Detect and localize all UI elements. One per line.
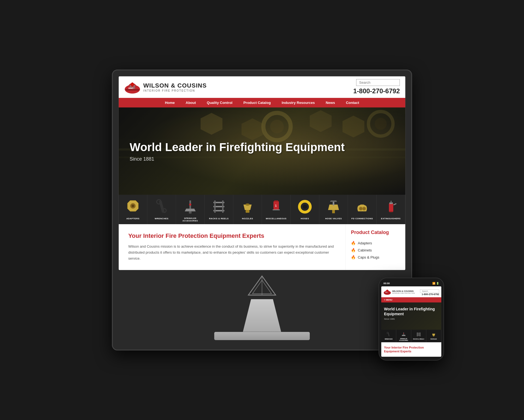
product-item-nozzles[interactable]: Nozzles <box>233 195 262 224</box>
svg-point-37 <box>303 205 307 209</box>
nozzles-label: Nozzles <box>234 217 261 220</box>
misc-label: Miscellaneous <box>263 217 289 220</box>
sidebar-item-caps[interactable]: 🔥 Caps & Plugs <box>351 254 400 261</box>
svg-rect-60 <box>417 332 418 336</box>
phone-content-title: Your Interior Fire Protection Equipment … <box>384 346 439 353</box>
phone-product-nozzles[interactable]: Nozzles <box>426 330 441 342</box>
product-item-fd[interactable]: FD Connections <box>348 195 377 224</box>
logo-area[interactable]: W&C Wilson & Cousins Interior Fire Prote… <box>124 80 207 95</box>
racks-image <box>206 197 232 216</box>
svg-marker-21 <box>185 209 196 211</box>
phone-hero-sub: Since 1881 <box>384 318 439 320</box>
phone-number: 1-800-270-6792 <box>420 293 439 296</box>
hoses-image <box>292 197 318 216</box>
phone-product-sprinkler[interactable]: SPRINKLERACCESSORIES <box>396 330 411 342</box>
desktop-monitor: W&C Wilson & Cousins Interior Fire Prote… <box>112 70 412 350</box>
nav-item-home[interactable]: Home <box>159 98 180 107</box>
hero-banner: World Leader in Firefighting Equipment S… <box>119 107 405 195</box>
svg-marker-47 <box>393 203 397 205</box>
nozzles-image <box>234 197 261 216</box>
svg-point-43 <box>362 207 366 210</box>
svg-marker-55 <box>402 335 406 336</box>
product-item-adapters[interactable]: Adapters <box>119 195 147 224</box>
svg-rect-27 <box>214 200 216 213</box>
flame-icon-1: 🔥 <box>351 241 356 245</box>
product-item-wrenches[interactable]: Wrenches <box>147 195 176 224</box>
phone-sprinkler-label: SPRINKLERACCESSORIES <box>397 338 410 341</box>
sidebar-item-adapters[interactable]: 🔥 Adapters <box>351 239 400 247</box>
svg-rect-30 <box>246 210 249 213</box>
phone-sprinkler-img <box>397 331 410 338</box>
product-item-sprinkler[interactable]: SPRINKLERACCESSORIES <box>176 195 205 224</box>
svg-point-50 <box>387 290 388 292</box>
hoses-label: Hoses <box>292 217 318 220</box>
monitor-bottom <box>118 271 406 344</box>
svg-marker-8 <box>310 110 332 132</box>
product-item-racks[interactable]: Racks & Reels <box>205 195 233 224</box>
site-header: W&C Wilson & Cousins Interior Fire Prote… <box>119 76 405 98</box>
phone-racks-img <box>412 331 425 338</box>
nav-item-news[interactable]: News <box>320 98 340 107</box>
svg-rect-28 <box>222 200 224 213</box>
sidebar-title: Product Catalog <box>351 230 400 235</box>
phone-wrenches-label: Wrenches <box>382 338 395 340</box>
nav-item-catalog[interactable]: Product Catalog <box>238 98 276 107</box>
racks-label: Racks & Reels <box>206 217 232 220</box>
phone-product-wrenches[interactable]: Wrenches <box>381 330 396 342</box>
svg-rect-33 <box>274 200 278 202</box>
nav-item-resources[interactable]: Industry Resources <box>276 98 320 107</box>
phone-screen: W&C Wilson & Cousins Interior Fire Prote… <box>381 286 441 356</box>
svg-point-42 <box>359 207 362 210</box>
fd-label: FD Connections <box>349 217 375 220</box>
page-scene: W&C Wilson & Cousins Interior Fire Prote… <box>112 70 412 350</box>
hero-subheadline: Since 1881 <box>130 156 345 162</box>
svg-rect-52 <box>388 332 389 336</box>
phone-wrench-img <box>382 331 395 338</box>
svg-marker-40 <box>330 200 337 202</box>
main-body: Wilson and Cousins mission is to achieve… <box>128 244 336 262</box>
product-item-extinguishers[interactable]: Extinguishers <box>377 195 405 224</box>
phone-content: Your Interior Fire Protection Equipment … <box>381 342 441 357</box>
phone-menu-bar[interactable]: ≡ MENU <box>381 297 441 302</box>
svg-rect-34 <box>273 209 280 210</box>
nav-item-contact[interactable]: Contact <box>340 98 364 107</box>
svg-point-23 <box>189 203 191 206</box>
extinguishers-label: Extinguishers <box>378 217 404 220</box>
content-sidebar: Product Catalog 🔥 Adapters 🔥 Cabinets 🔥 … <box>345 224 405 270</box>
content-area: Your Interior Fire Protection Equipment … <box>119 224 405 270</box>
phone-product-strip: Wrenches SPRINKLERACCESSORIES <box>381 330 441 342</box>
nav-item-about[interactable]: About <box>180 98 201 107</box>
sprinkler-label: SPRINKLERACCESSORIES <box>177 217 203 222</box>
monitor-stand <box>235 299 289 332</box>
search-input[interactable] <box>356 79 400 86</box>
mobile-phone: 00:00 📶 🔋 W&C Wilson <box>379 278 444 360</box>
phone-nozzles-img <box>427 331 440 338</box>
svg-rect-63 <box>433 335 434 336</box>
phone-product-racks[interactable]: Racks & Reels <box>411 330 426 342</box>
svg-marker-62 <box>432 334 435 335</box>
svg-rect-46 <box>391 201 392 203</box>
product-item-misc[interactable]: 1 Miscellaneous <box>262 195 291 224</box>
phone-racks-label: Racks & Reels <box>412 338 425 340</box>
misc-image: 1 <box>263 197 289 216</box>
product-item-hoses[interactable]: Hoses <box>291 195 319 224</box>
svg-text:W&C: W&C <box>385 292 388 293</box>
svg-text:1: 1 <box>275 204 277 207</box>
svg-rect-22 <box>189 211 192 214</box>
wrenches-label: Wrenches <box>148 217 175 220</box>
svg-rect-44 <box>389 203 393 212</box>
phone-hero-headline: World Leader in Firefighting Equipment <box>384 307 439 316</box>
product-strip: Adapters Wrenches <box>119 195 405 224</box>
main-title: Your Interior Fire Protection Equipment … <box>128 232 336 239</box>
sidebar-item-cabinets[interactable]: 🔥 Cabinets <box>351 247 400 254</box>
phone-logo-sub: Interior Fire Protection <box>392 292 415 294</box>
phone-status-bar: 00:00 📶 🔋 <box>381 281 441 286</box>
phone-search-input[interactable] <box>420 289 439 293</box>
adapters-label: Adapters <box>120 217 146 220</box>
hose-valves-label: Hose Valves <box>320 217 347 220</box>
product-item-hose-valves[interactable]: Hose Valves <box>319 195 348 224</box>
phone-nozzles-label: Nozzles <box>427 338 440 340</box>
svg-rect-61 <box>420 332 420 336</box>
nav-item-quality[interactable]: Quality Control <box>201 98 238 107</box>
phone-logo-text: Wilson & Cousins <box>392 290 415 292</box>
